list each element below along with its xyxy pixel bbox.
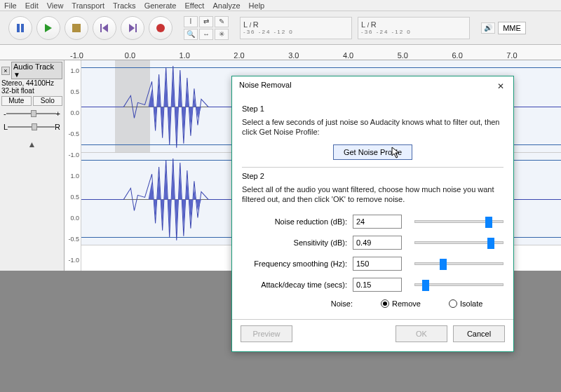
noise-removal-dialog: Noise Removal ✕ Step 1 Select a few seco… [231,76,514,352]
svg-rect-3 [72,24,81,32]
preview-button[interactable]: Preview [241,325,292,342]
cancel-button[interactable]: Cancel [453,325,505,342]
speaker-icon: 🔊 [481,22,495,34]
track-control-panel: × Audio Track ▼ Stereo, 44100Hz 32-bit f… [0,60,65,271]
menu-tracks[interactable]: Tracks [113,0,136,11]
solo-button[interactable]: Solo [33,96,63,106]
noise-remove-radio[interactable]: Remove [381,299,421,308]
step1-label: Step 1 [242,104,503,113]
dialog-close-button[interactable]: ✕ [495,81,506,92]
draw-tool[interactable]: ✎ [215,16,229,27]
timeshift-tool[interactable]: ↔ [199,29,213,40]
stop-button[interactable] [65,16,88,40]
mute-button[interactable]: Mute [1,96,32,106]
svg-rect-0 [17,24,20,32]
main-toolbar: I ⇄ ✎ 🔍 ↔ ✳ L / R -36 -24 -12 0 L / R -3… [0,11,561,45]
menu-edit[interactable]: Edit [25,0,39,11]
skip-end-button[interactable] [121,16,144,40]
svg-rect-1 [21,24,24,32]
svg-rect-4 [100,24,102,32]
track-menu-dropdown[interactable]: Audio Track ▼ [11,62,62,79]
freq-smoothing-label: Frequency smoothing (Hz): [242,259,347,268]
play-button[interactable] [36,16,60,40]
noise-isolate-radio[interactable]: Isolate [449,299,482,308]
step2-label: Step 2 [242,172,503,180]
amplitude-scale: 1.00.50.0-0.5-1.0 1.00.50.0-0.5-1.0 [65,60,81,271]
step2-text: Select all of the audio you want filtere… [242,184,503,205]
attack-decay-slider[interactable] [414,283,503,286]
menu-generate[interactable]: Generate [144,0,177,11]
record-meter[interactable]: L / R -36 -24 -12 0 [358,17,470,39]
menu-effect[interactable]: Effect [185,0,205,11]
noise-reduction-slider[interactable] [414,220,503,223]
track-bitdepth-label: 32-bit float [1,87,62,95]
menu-bar: File Edit View Transport Tracks Generate… [0,0,561,11]
sensitivity-slider[interactable] [414,241,503,244]
freq-smoothing-slider[interactable] [414,262,503,265]
playback-meter[interactable]: L / R -36 -24 -12 0 [240,17,352,39]
svg-rect-7 [135,24,137,32]
attack-decay-label: Attack/decay time (secs): [242,281,347,289]
noise-mode-label: Noise: [326,299,353,308]
svg-marker-6 [129,24,135,32]
selection-tool[interactable]: I [184,16,198,27]
pause-button[interactable] [8,16,32,40]
skip-start-button[interactable] [93,16,116,40]
svg-marker-2 [45,24,52,32]
menu-transport[interactable]: Transport [72,0,104,11]
multi-tool[interactable]: ✳ [215,29,229,40]
get-noise-profile-button[interactable]: Get Noise Profile [333,144,412,160]
noise-reduction-label: Noise reduction (dB): [242,217,347,226]
track-close-button[interactable]: × [1,67,10,75]
record-button[interactable] [149,16,173,40]
svg-point-8 [156,24,165,32]
track-format-label: Stereo, 44100Hz [1,79,62,87]
menu-file[interactable]: File [4,0,17,11]
menu-help[interactable]: Help [249,0,265,11]
time-ruler[interactable]: -1.0 0.0 1.0 2.0 3.0 4.0 5.0 6.0 7.0 [0,45,561,60]
sensitivity-input[interactable] [353,236,402,250]
menu-analyze[interactable]: Analyze [212,0,240,11]
host-select[interactable]: MME [498,22,526,34]
menu-view[interactable]: View [47,0,64,11]
zoom-tool[interactable]: 🔍 [184,29,198,40]
pan-slider[interactable]: LR [1,121,62,133]
freq-smoothing-input[interactable] [353,257,402,271]
dialog-title: Noise Removal [239,81,292,92]
attack-decay-input[interactable] [353,278,402,292]
envelope-tool[interactable]: ⇄ [199,16,213,27]
svg-marker-5 [102,24,108,32]
cursor-toolbox: I ⇄ ✎ 🔍 ↔ ✳ [184,16,229,40]
noise-reduction-input[interactable] [353,215,402,229]
ok-button[interactable]: OK [396,325,447,342]
gain-slider[interactable]: -+ [1,108,62,119]
track-collapse-button[interactable]: ▲ [1,140,62,149]
sensitivity-label: Sensitivity (dB): [242,238,347,247]
step1-text: Select a few seconds of just noise so Au… [242,117,503,137]
